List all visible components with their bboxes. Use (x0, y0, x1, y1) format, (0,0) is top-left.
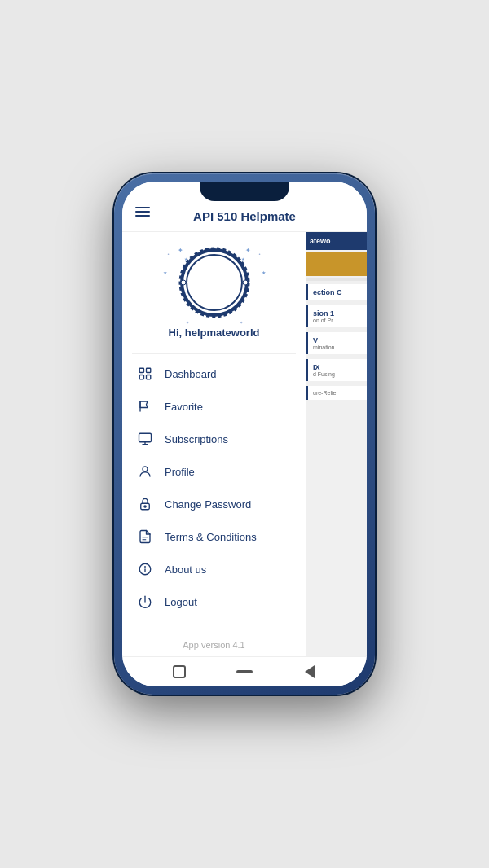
right-item-4: ure-Relie (306, 386, 367, 400)
avatar-badge (178, 246, 251, 319)
app-version: App version 4.1 (122, 633, 306, 656)
menu-label-profile: Profile (165, 466, 195, 478)
right-item-2: V mination (306, 332, 367, 354)
menu-item-change-password[interactable]: Change Password (122, 488, 306, 520)
right-top-label: atewo (310, 237, 331, 245)
nav-home-button[interactable] (171, 664, 187, 680)
menu-label-about: About us (165, 563, 206, 576)
menu-label-logout: Logout (165, 596, 197, 608)
menu-item-subscriptions[interactable]: Subscriptions (122, 423, 306, 455)
svg-rect-11 (139, 433, 152, 442)
phone-nav-bar (122, 656, 367, 686)
nav-back-button[interactable] (302, 664, 318, 680)
svg-rect-9 (147, 375, 151, 379)
hamburger-button[interactable] (135, 207, 150, 217)
menu-item-dashboard[interactable]: Dashboard (122, 357, 306, 390)
svg-point-16 (144, 506, 146, 507)
svg-rect-6 (139, 368, 143, 372)
app-title: API 510 Helpmate (193, 209, 296, 223)
menu-item-about[interactable]: About us (122, 553, 306, 585)
menu-label-terms: Terms & Conditions (165, 531, 257, 543)
side-drawer: ✦ • ★ ✦ • ★ ✦ ✦ ★ ★ (122, 232, 306, 656)
screen-content: API 510 Helpmate ✦ • ★ ✦ • (122, 182, 367, 686)
notch (200, 182, 289, 201)
menu-list: Dashboard Favorite (122, 354, 306, 621)
info-icon (137, 561, 153, 577)
menu-label-dashboard: Dashboard (165, 368, 217, 380)
flag-icon (137, 398, 153, 414)
menu-item-profile[interactable]: Profile (122, 455, 306, 488)
menu-item-favorite[interactable]: Favorite (122, 390, 306, 423)
right-panel: atewo ection C sion 1 on of Pr V minatio… (306, 232, 367, 656)
svg-rect-8 (139, 375, 143, 379)
avatar-section: ✦ • ★ ✦ • ★ ✦ ✦ ★ ★ (122, 232, 306, 353)
nav-pill-button[interactable] (236, 664, 253, 680)
menu-item-logout[interactable]: Logout (122, 585, 306, 618)
right-item-0: ection C (306, 284, 367, 300)
svg-point-14 (143, 467, 148, 471)
right-item-3: IX d Fusing (306, 359, 367, 381)
menu-item-terms[interactable]: Terms & Conditions (122, 520, 306, 553)
monitor-icon (137, 431, 153, 447)
svg-rect-7 (147, 368, 151, 372)
svg-point-4 (181, 280, 186, 285)
main-area: ✦ • ★ ✦ • ★ ✦ ✦ ★ ★ (122, 232, 367, 656)
menu-label-change-password: Change Password (165, 498, 251, 511)
right-top: atewo (306, 232, 367, 250)
menu-label-subscriptions: Subscriptions (165, 433, 228, 445)
document-icon (137, 528, 153, 545)
phone-frame: API 510 Helpmate ✦ • ★ ✦ • (114, 173, 375, 695)
phone-screen: API 510 Helpmate ✦ • ★ ✦ • (122, 182, 367, 686)
dashboard-icon (137, 366, 153, 382)
user-icon (137, 463, 153, 480)
menu-label-favorite: Favorite (165, 401, 203, 413)
svg-point-5 (243, 280, 248, 285)
right-item-1: sion 1 on of Pr (306, 305, 367, 327)
lock-icon (137, 496, 153, 512)
right-gold-bar (306, 252, 367, 276)
user-greeting: Hi, helpmateworld (169, 327, 260, 339)
power-icon (137, 594, 153, 610)
